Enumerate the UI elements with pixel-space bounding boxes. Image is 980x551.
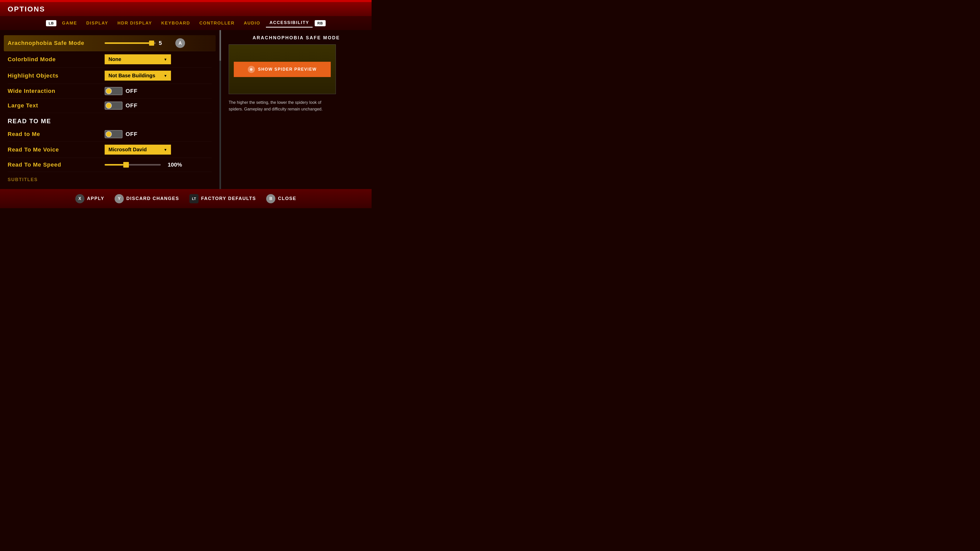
dropdown-arrow-icon: ▼ — [164, 57, 167, 62]
speed-slider[interactable]: 100% — [105, 162, 182, 168]
toggle-label-large: OFF — [126, 102, 138, 109]
setting-row-wide-interaction[interactable]: Wide Interaction OFF — [8, 84, 212, 98]
setting-control-large-text: OFF — [105, 102, 138, 110]
apply-label: APPLY — [87, 196, 104, 201]
nav-item-controller[interactable]: CONTROLLER — [196, 19, 238, 27]
close-button[interactable]: B CLOSE — [266, 194, 296, 203]
nav-bar: LB GAME DISPLAY HDR DISPLAY KEYBOARD CON… — [0, 16, 372, 30]
options-header: OPTIONS — [0, 2, 372, 16]
apply-button[interactable]: X APPLY — [75, 194, 104, 203]
info-panel: ARACHNOPHOBIA SAFE MODE ⊕ SHOW SPIDER PR… — [221, 30, 372, 189]
setting-row-rtm-voice[interactable]: Read To Me Voice Microsoft David ▼ — [8, 141, 212, 158]
rtm-voice-dropdown[interactable]: Microsoft David ▼ — [105, 144, 171, 155]
setting-control-colorblind: None ▼ — [105, 54, 171, 64]
rtm-voice-value: Microsoft David — [108, 147, 147, 152]
read-to-me-toggle[interactable]: OFF — [105, 130, 138, 138]
info-description: The higher the setting, the lower the sp… — [229, 99, 336, 112]
setting-row-arachnophobia[interactable]: Arachnophobia Safe Mode 5 A — [4, 35, 216, 51]
toggle-switch-large — [105, 102, 123, 110]
slider-thumb — [149, 41, 154, 46]
setting-label-wide-interaction: Wide Interaction — [8, 88, 105, 94]
setting-label-colorblind: Colorblind Mode — [8, 56, 105, 63]
setting-label-large-text: Large Text — [8, 102, 105, 109]
dropdown-arrow-icon3: ▼ — [164, 148, 167, 152]
discard-changes-button[interactable]: Y DISCARD CHANGES — [115, 194, 179, 203]
subtitles-section-peek: SUBTITLES — [8, 176, 38, 183]
setting-control-rtm-voice: Microsoft David ▼ — [105, 144, 171, 155]
scroll-thumb — [220, 30, 221, 61]
setting-label-rtm-speed: Read To Me Speed — [8, 162, 105, 168]
colorblind-value: None — [108, 56, 121, 62]
scroll-divider[interactable] — [220, 30, 221, 189]
factory-defaults-label: FACTORY DEFAULTS — [201, 196, 256, 201]
setting-label-read-to-me: Read to Me — [8, 131, 105, 138]
setting-label-arachnophobia: Arachnophobia Safe Mode — [8, 40, 105, 46]
x-icon: X — [75, 194, 84, 203]
read-to-me-section-header: READ TO ME — [8, 118, 105, 125]
nav-item-audio[interactable]: AUDIO — [240, 19, 264, 27]
toggle-label-wide: OFF — [126, 88, 138, 94]
setting-row-read-to-me[interactable]: Read to Me OFF — [8, 127, 212, 141]
nav-item-keyboard[interactable]: KEYBOARD — [158, 19, 194, 27]
spider-btn-icon: ⊕ — [248, 66, 255, 73]
setting-row-rtm-speed[interactable]: Read To Me Speed 100% — [8, 158, 212, 172]
large-text-toggle[interactable]: OFF — [105, 102, 138, 110]
nav-item-game[interactable]: GAME — [59, 19, 81, 27]
wide-interaction-toggle[interactable]: OFF — [105, 87, 138, 95]
y-icon: Y — [115, 194, 124, 203]
nav-item-hdr-display[interactable]: HDR DISPLAY — [114, 19, 156, 27]
setting-control-wide-interaction: OFF — [105, 87, 138, 95]
toggle-label-rtm: OFF — [126, 131, 138, 138]
setting-row-large-text[interactable]: Large Text OFF — [8, 98, 212, 113]
factory-defaults-button[interactable]: LT FACTORY DEFAULTS — [189, 194, 256, 203]
setting-row-colorblind[interactable]: Colorblind Mode None ▼ — [8, 51, 212, 68]
top-accent-bar — [0, 0, 372, 2]
slider-fill — [105, 42, 151, 44]
toggle-circle — [106, 88, 112, 94]
a-button[interactable]: A — [175, 38, 185, 48]
info-title: ARACHNOPHOBIA SAFE MODE — [229, 35, 364, 41]
toggle-circle-large — [106, 103, 112, 109]
nav-item-accessibility[interactable]: ACCESSIBILITY — [266, 19, 313, 27]
setting-control-read-to-me: OFF — [105, 130, 138, 138]
toggle-switch-rtm — [105, 130, 123, 138]
setting-label-rtm-voice: Read To Me Voice — [8, 146, 105, 153]
slider-value: 5 — [159, 40, 169, 46]
setting-control-rtm-speed: 100% — [105, 162, 182, 168]
show-spider-preview-button[interactable]: ⊕ SHOW SPIDER PREVIEW — [234, 62, 331, 77]
setting-control-arachnophobia: 5 A — [105, 38, 185, 48]
setting-label-highlight: Highlight Objects — [8, 73, 105, 79]
settings-panel: Arachnophobia Safe Mode 5 A Colorblind M… — [0, 30, 220, 189]
dropdown-arrow-icon2: ▼ — [164, 74, 167, 78]
main-content: Arachnophobia Safe Mode 5 A Colorblind M… — [0, 30, 372, 189]
nav-item-display[interactable]: DISPLAY — [83, 19, 112, 27]
info-preview-box: ⊕ SHOW SPIDER PREVIEW — [229, 44, 336, 94]
speed-slider-thumb — [123, 162, 129, 168]
speed-slider-value: 100% — [168, 162, 182, 168]
b-icon: B — [266, 194, 275, 203]
bottom-bar: X APPLY Y DISCARD CHANGES LT FACTORY DEF… — [0, 189, 372, 208]
show-spider-label: SHOW SPIDER PREVIEW — [258, 67, 317, 72]
discard-changes-label: DISCARD CHANGES — [126, 196, 179, 201]
page-title: OPTIONS — [8, 5, 45, 13]
highlight-dropdown[interactable]: Not Base Buildings ▼ — [105, 71, 171, 81]
setting-row-highlight[interactable]: Highlight Objects Not Base Buildings ▼ — [8, 68, 212, 84]
setting-row-read-to-me-header: READ TO ME — [8, 113, 212, 127]
colorblind-dropdown[interactable]: None ▼ — [105, 54, 171, 64]
nav-lb-button[interactable]: LB — [46, 20, 56, 26]
lt-icon: LT — [189, 194, 199, 203]
arachnophobia-slider[interactable]: 5 — [105, 40, 169, 46]
setting-row-subtitles-peek: SUBTITLES — [8, 172, 212, 186]
speed-slider-track — [105, 164, 161, 165]
setting-control-highlight: Not Base Buildings ▼ — [105, 71, 171, 81]
highlight-value: Not Base Buildings — [108, 73, 155, 79]
nav-rb-button[interactable]: RB — [315, 20, 325, 26]
slider-track — [105, 42, 156, 44]
close-label: CLOSE — [278, 196, 296, 201]
toggle-switch — [105, 87, 123, 95]
speed-slider-fill — [105, 164, 123, 165]
toggle-circle-rtm — [106, 131, 112, 137]
